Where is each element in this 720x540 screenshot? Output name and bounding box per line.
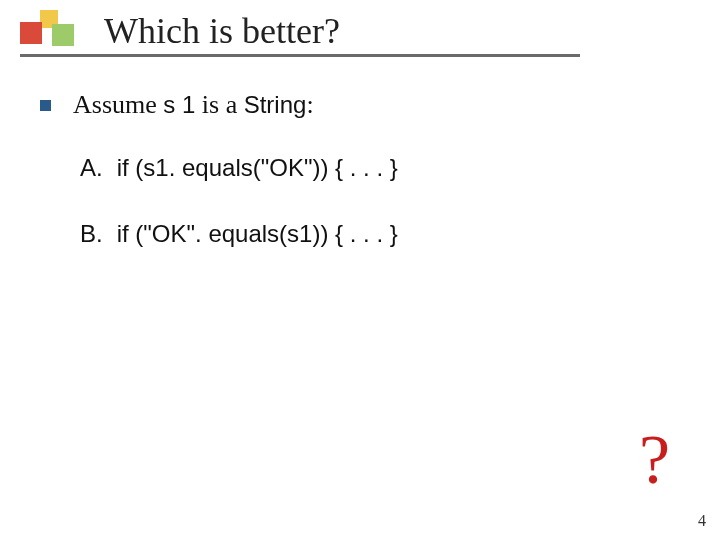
title-decor-icon — [20, 10, 82, 52]
slide-title: Which is better? — [104, 10, 340, 52]
bullet-icon — [40, 100, 51, 111]
slide: Which is better? Assume s 1 is a String:… — [0, 0, 720, 540]
option-a-label: A. — [80, 154, 110, 182]
assume-suffix: : — [306, 90, 313, 119]
square-red-icon — [20, 22, 42, 44]
assume-mid: is a — [195, 90, 243, 119]
title-block: Which is better? — [20, 10, 340, 52]
square-green-icon — [52, 24, 74, 46]
assume-type: String — [244, 91, 307, 118]
slide-body: Assume s 1 is a String: A. if (s1. equal… — [40, 90, 680, 286]
title-underline — [20, 54, 580, 57]
option-b-label: B. — [80, 220, 110, 248]
assume-var: s 1 — [163, 91, 195, 118]
option-a-code: if (s1. equals("OK")) { . . . } — [117, 154, 398, 181]
bullet-line: Assume s 1 is a String: — [40, 90, 680, 120]
page-number: 4 — [698, 512, 706, 530]
option-b: B. if ("OK". equals(s1)) { . . . } — [80, 220, 680, 248]
question-mark: ? — [639, 420, 670, 500]
option-a: A. if (s1. equals("OK")) { . . . } — [80, 154, 680, 182]
assume-text: Assume s 1 is a String: — [73, 90, 314, 120]
option-b-code: if ("OK". equals(s1)) { . . . } — [117, 220, 398, 247]
assume-prefix: Assume — [73, 90, 163, 119]
